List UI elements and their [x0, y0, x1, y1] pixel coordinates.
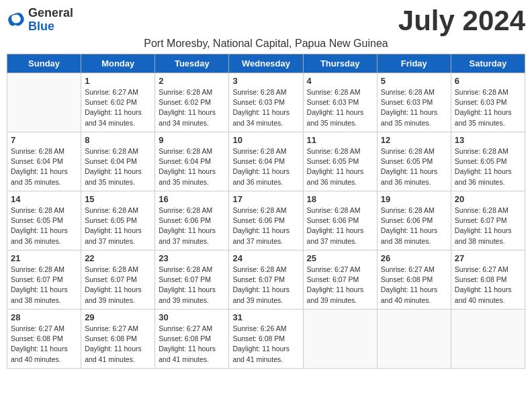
weekday-header: Tuesday [155, 54, 229, 73]
day-number: 16 [159, 194, 225, 204]
day-info: Sunrise: 6:26 AM Sunset: 6:08 PM Dayligh… [232, 324, 299, 365]
day-number: 20 [455, 194, 521, 204]
calendar-table: SundayMondayTuesdayWednesdayThursdayFrid… [7, 54, 525, 369]
day-info: Sunrise: 6:28 AM Sunset: 6:05 PM Dayligh… [381, 146, 447, 187]
calendar-cell: 11Sunrise: 6:28 AM Sunset: 6:05 PM Dayli… [303, 132, 377, 191]
day-info: Sunrise: 6:28 AM Sunset: 6:05 PM Dayligh… [455, 146, 521, 187]
calendar-cell: 24Sunrise: 6:28 AM Sunset: 6:07 PM Dayli… [229, 250, 303, 310]
calendar-cell: 30Sunrise: 6:27 AM Sunset: 6:08 PM Dayli… [155, 310, 229, 369]
day-info: Sunrise: 6:28 AM Sunset: 6:06 PM Dayligh… [307, 205, 373, 246]
day-info: Sunrise: 6:28 AM Sunset: 6:07 PM Dayligh… [455, 205, 521, 246]
calendar-cell: 23Sunrise: 6:28 AM Sunset: 6:07 PM Dayli… [155, 250, 229, 310]
day-number: 19 [381, 194, 447, 204]
day-info: Sunrise: 6:28 AM Sunset: 6:07 PM Dayligh… [159, 265, 225, 306]
weekday-header: Thursday [303, 54, 377, 73]
day-info: Sunrise: 6:28 AM Sunset: 6:03 PM Dayligh… [232, 87, 299, 128]
day-info: Sunrise: 6:28 AM Sunset: 6:06 PM Dayligh… [381, 205, 447, 246]
calendar-cell: 22Sunrise: 6:28 AM Sunset: 6:07 PM Dayli… [81, 250, 155, 310]
day-number: 29 [85, 312, 151, 322]
calendar-cell: 29Sunrise: 6:27 AM Sunset: 6:08 PM Dayli… [81, 310, 155, 369]
day-info: Sunrise: 6:27 AM Sunset: 6:08 PM Dayligh… [11, 324, 77, 365]
calendar-week-row: 14Sunrise: 6:28 AM Sunset: 6:05 PM Dayli… [7, 191, 525, 250]
day-info: Sunrise: 6:28 AM Sunset: 6:02 PM Dayligh… [159, 87, 225, 128]
calendar-cell: 12Sunrise: 6:28 AM Sunset: 6:05 PM Dayli… [377, 132, 451, 191]
day-info: Sunrise: 6:28 AM Sunset: 6:05 PM Dayligh… [85, 205, 151, 246]
day-number: 30 [159, 312, 225, 322]
day-info: Sunrise: 6:27 AM Sunset: 6:08 PM Dayligh… [381, 265, 447, 306]
day-number: 5 [381, 76, 447, 86]
day-info: Sunrise: 6:28 AM Sunset: 6:06 PM Dayligh… [159, 205, 225, 246]
day-number: 1 [85, 76, 151, 86]
day-number: 10 [232, 135, 299, 145]
calendar-week-row: 21Sunrise: 6:28 AM Sunset: 6:07 PM Dayli… [7, 250, 525, 310]
logo-text: General Blue [28, 7, 73, 34]
day-info: Sunrise: 6:28 AM Sunset: 6:04 PM Dayligh… [232, 146, 299, 187]
calendar-cell: 4Sunrise: 6:28 AM Sunset: 6:03 PM Daylig… [303, 73, 377, 132]
day-number: 7 [11, 135, 77, 145]
calendar-cell: 17Sunrise: 6:28 AM Sunset: 6:06 PM Dayli… [229, 191, 303, 250]
day-number: 3 [232, 76, 299, 86]
day-info: Sunrise: 6:28 AM Sunset: 6:04 PM Dayligh… [11, 146, 77, 187]
calendar-cell: 9Sunrise: 6:28 AM Sunset: 6:04 PM Daylig… [155, 132, 229, 191]
calendar-cell: 31Sunrise: 6:26 AM Sunset: 6:08 PM Dayli… [229, 310, 303, 369]
day-number: 15 [85, 194, 151, 204]
weekday-header-row: SundayMondayTuesdayWednesdayThursdayFrid… [7, 54, 525, 73]
weekday-header: Wednesday [229, 54, 303, 73]
calendar-cell: 16Sunrise: 6:28 AM Sunset: 6:06 PM Dayli… [155, 191, 229, 250]
calendar-cell: 26Sunrise: 6:27 AM Sunset: 6:08 PM Dayli… [377, 250, 451, 310]
day-number: 27 [455, 253, 521, 263]
day-number: 21 [11, 253, 77, 263]
calendar-cell: 2Sunrise: 6:28 AM Sunset: 6:02 PM Daylig… [155, 73, 229, 132]
day-number: 17 [232, 194, 299, 204]
day-info: Sunrise: 6:28 AM Sunset: 6:06 PM Dayligh… [232, 205, 299, 246]
day-number: 23 [159, 253, 225, 263]
calendar-cell: 27Sunrise: 6:27 AM Sunset: 6:08 PM Dayli… [451, 250, 525, 310]
day-number: 22 [85, 253, 151, 263]
calendar-week-row: 28Sunrise: 6:27 AM Sunset: 6:08 PM Dayli… [7, 310, 525, 369]
day-info: Sunrise: 6:28 AM Sunset: 6:05 PM Dayligh… [11, 205, 77, 246]
day-info: Sunrise: 6:28 AM Sunset: 6:03 PM Dayligh… [455, 87, 521, 128]
calendar-cell: 20Sunrise: 6:28 AM Sunset: 6:07 PM Dayli… [451, 191, 525, 250]
day-number: 31 [232, 312, 299, 322]
calendar-cell: 18Sunrise: 6:28 AM Sunset: 6:06 PM Dayli… [303, 191, 377, 250]
day-number: 4 [307, 76, 373, 86]
calendar-cell [303, 310, 377, 369]
day-number: 28 [11, 312, 77, 322]
calendar-cell: 6Sunrise: 6:28 AM Sunset: 6:03 PM Daylig… [451, 73, 525, 132]
calendar-cell: 13Sunrise: 6:28 AM Sunset: 6:05 PM Dayli… [451, 132, 525, 191]
day-info: Sunrise: 6:28 AM Sunset: 6:04 PM Dayligh… [85, 146, 151, 187]
page-header: General Blue July 2024 [7, 7, 525, 35]
day-number: 26 [381, 253, 447, 263]
day-info: Sunrise: 6:28 AM Sunset: 6:05 PM Dayligh… [307, 146, 373, 187]
logo: General Blue [7, 7, 73, 34]
weekday-header: Friday [377, 54, 451, 73]
calendar-cell: 19Sunrise: 6:28 AM Sunset: 6:06 PM Dayli… [377, 191, 451, 250]
weekday-header: Saturday [451, 54, 525, 73]
calendar-cell: 3Sunrise: 6:28 AM Sunset: 6:03 PM Daylig… [229, 73, 303, 132]
logo-icon [7, 11, 26, 30]
day-info: Sunrise: 6:28 AM Sunset: 6:07 PM Dayligh… [232, 265, 299, 306]
day-info: Sunrise: 6:27 AM Sunset: 6:02 PM Dayligh… [85, 87, 151, 128]
day-info: Sunrise: 6:28 AM Sunset: 6:03 PM Dayligh… [307, 87, 373, 128]
day-number: 14 [11, 194, 77, 204]
calendar-cell: 21Sunrise: 6:28 AM Sunset: 6:07 PM Dayli… [7, 250, 81, 310]
day-number: 25 [307, 253, 373, 263]
day-info: Sunrise: 6:27 AM Sunset: 6:08 PM Dayligh… [85, 324, 151, 365]
calendar-cell [377, 310, 451, 369]
weekday-header: Monday [81, 54, 155, 73]
month-title: July 2024 [398, 7, 525, 35]
calendar-week-row: 7Sunrise: 6:28 AM Sunset: 6:04 PM Daylig… [7, 132, 525, 191]
day-number: 12 [381, 135, 447, 145]
day-info: Sunrise: 6:27 AM Sunset: 6:07 PM Dayligh… [307, 265, 373, 306]
day-number: 24 [232, 253, 299, 263]
calendar-cell [451, 310, 525, 369]
day-number: 11 [307, 135, 373, 145]
day-info: Sunrise: 6:28 AM Sunset: 6:03 PM Dayligh… [381, 87, 447, 128]
calendar-cell: 8Sunrise: 6:28 AM Sunset: 6:04 PM Daylig… [81, 132, 155, 191]
calendar-cell: 7Sunrise: 6:28 AM Sunset: 6:04 PM Daylig… [7, 132, 81, 191]
day-number: 9 [159, 135, 225, 145]
day-number: 8 [85, 135, 151, 145]
day-info: Sunrise: 6:28 AM Sunset: 6:07 PM Dayligh… [85, 265, 151, 306]
calendar-cell [7, 73, 81, 132]
day-info: Sunrise: 6:28 AM Sunset: 6:07 PM Dayligh… [11, 265, 77, 306]
